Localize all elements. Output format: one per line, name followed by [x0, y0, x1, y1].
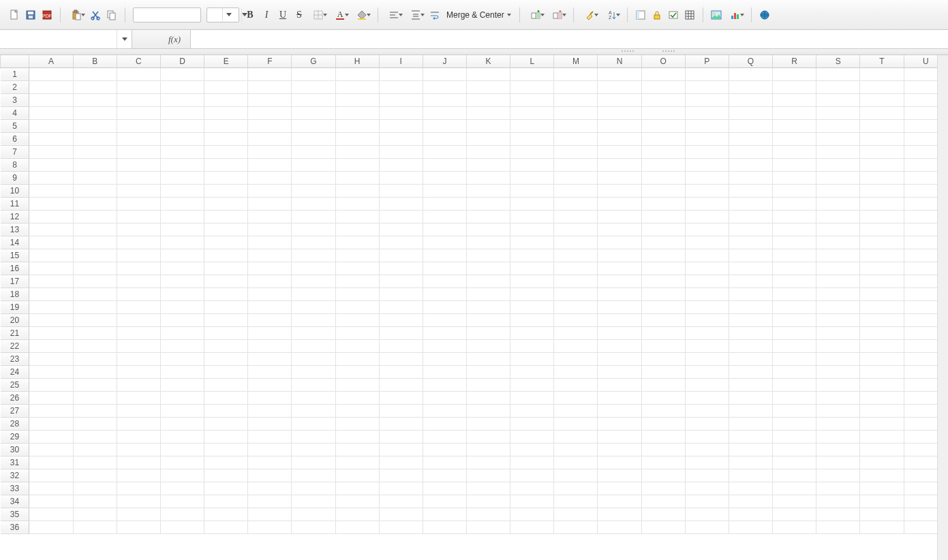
- cell[interactable]: [598, 495, 641, 508]
- cell[interactable]: [467, 93, 510, 106]
- cell[interactable]: [292, 443, 335, 456]
- cell[interactable]: [29, 236, 73, 249]
- cell[interactable]: [816, 520, 860, 533]
- cell[interactable]: [773, 443, 816, 456]
- cell[interactable]: [510, 430, 554, 443]
- column-header[interactable]: K: [467, 55, 510, 67]
- cell[interactable]: [467, 313, 510, 326]
- cell[interactable]: [29, 93, 73, 106]
- cell[interactable]: [860, 443, 904, 456]
- cell[interactable]: [204, 508, 248, 520]
- cell[interactable]: [248, 67, 292, 80]
- cell[interactable]: [117, 132, 160, 145]
- cell[interactable]: [423, 313, 466, 326]
- cell[interactable]: [510, 443, 554, 456]
- cell[interactable]: [641, 430, 685, 443]
- cell[interactable]: [816, 184, 860, 197]
- cell[interactable]: [685, 93, 729, 106]
- cell[interactable]: [248, 404, 292, 417]
- fx-label[interactable]: f(x): [132, 30, 191, 48]
- cell[interactable]: [335, 80, 379, 93]
- cell[interactable]: [335, 119, 379, 132]
- cell[interactable]: [29, 443, 73, 456]
- cell[interactable]: [292, 300, 335, 313]
- cell[interactable]: [554, 326, 598, 339]
- cell[interactable]: [204, 391, 248, 404]
- cell[interactable]: [773, 404, 816, 417]
- cell[interactable]: [379, 80, 423, 93]
- cell[interactable]: [598, 275, 641, 287]
- cell[interactable]: [29, 520, 73, 533]
- underline-icon[interactable]: U: [275, 7, 290, 22]
- cell[interactable]: [641, 378, 685, 391]
- cell[interactable]: [598, 184, 641, 197]
- cell[interactable]: [554, 508, 598, 520]
- cell[interactable]: [379, 145, 423, 158]
- cell[interactable]: [860, 482, 904, 495]
- cell[interactable]: [248, 171, 292, 184]
- cell[interactable]: [160, 339, 204, 352]
- cell[interactable]: [248, 508, 292, 520]
- cell[interactable]: [73, 132, 117, 145]
- cell[interactable]: [816, 287, 860, 300]
- cell[interactable]: [379, 313, 423, 326]
- cell[interactable]: [554, 456, 598, 469]
- cell[interactable]: [73, 67, 117, 80]
- cell[interactable]: [773, 495, 816, 508]
- cell[interactable]: [729, 106, 772, 119]
- cell[interactable]: [248, 249, 292, 262]
- cell[interactable]: [117, 339, 160, 352]
- cell[interactable]: [510, 456, 554, 469]
- cell[interactable]: [160, 326, 204, 339]
- cell[interactable]: [598, 145, 641, 158]
- cell[interactable]: [554, 132, 598, 145]
- cell[interactable]: [73, 106, 117, 119]
- row-header[interactable]: 3: [1, 93, 29, 106]
- cell[interactable]: [598, 404, 641, 417]
- cell[interactable]: [554, 378, 598, 391]
- column-header[interactable]: A: [29, 55, 73, 67]
- cell[interactable]: [423, 365, 466, 378]
- cell[interactable]: [598, 300, 641, 313]
- cell[interactable]: [729, 495, 772, 508]
- cell[interactable]: [379, 352, 423, 365]
- cell[interactable]: [73, 417, 117, 430]
- cell[interactable]: [860, 275, 904, 287]
- cell[interactable]: [685, 249, 729, 262]
- cell[interactable]: [335, 93, 379, 106]
- cell[interactable]: [816, 326, 860, 339]
- cell[interactable]: [641, 495, 685, 508]
- cell[interactable]: [773, 106, 816, 119]
- cell[interactable]: [729, 132, 772, 145]
- cell[interactable]: [729, 456, 772, 469]
- cell[interactable]: [423, 326, 466, 339]
- paste-icon[interactable]: [66, 7, 87, 22]
- export-pdf-icon[interactable]: PDF: [40, 7, 55, 22]
- cell[interactable]: [160, 249, 204, 262]
- cell[interactable]: [641, 508, 685, 520]
- cell[interactable]: [685, 469, 729, 482]
- cell[interactable]: [117, 106, 160, 119]
- row-header[interactable]: 25: [1, 378, 29, 391]
- cell[interactable]: [510, 197, 554, 210]
- cell[interactable]: [204, 210, 248, 223]
- row-header[interactable]: 29: [1, 430, 29, 443]
- cell[interactable]: [204, 417, 248, 430]
- cell[interactable]: [598, 520, 641, 533]
- cell[interactable]: [117, 378, 160, 391]
- cell[interactable]: [379, 132, 423, 145]
- cell[interactable]: [423, 197, 466, 210]
- cell[interactable]: [773, 223, 816, 236]
- cell[interactable]: [641, 210, 685, 223]
- cell[interactable]: [73, 391, 117, 404]
- cell[interactable]: [685, 378, 729, 391]
- cell[interactable]: [467, 443, 510, 456]
- cell[interactable]: [160, 469, 204, 482]
- cell[interactable]: [117, 223, 160, 236]
- cell[interactable]: [292, 223, 335, 236]
- cell[interactable]: [29, 106, 73, 119]
- cell[interactable]: [729, 365, 772, 378]
- cell[interactable]: [335, 404, 379, 417]
- cell[interactable]: [773, 171, 816, 184]
- cell[interactable]: [117, 119, 160, 132]
